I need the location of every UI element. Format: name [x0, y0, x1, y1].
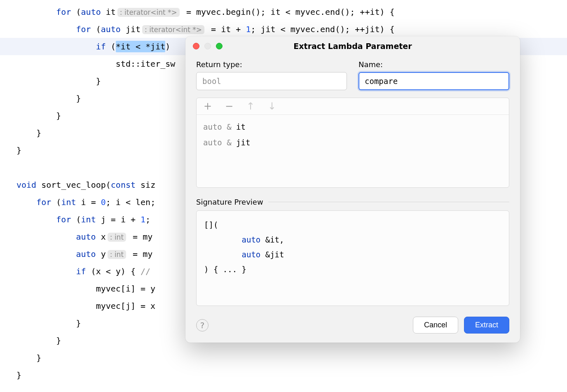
signature-preview: []( auto &it, auto &jit ) { ... } — [196, 210, 509, 306]
move-down-icon[interactable]: ↓ — [267, 101, 276, 111]
minimize-window-icon[interactable] — [204, 43, 211, 49]
move-up-icon[interactable]: ↑ — [246, 101, 255, 111]
param-row[interactable]: auto & it — [203, 119, 502, 135]
window-controls — [193, 43, 223, 49]
zoom-window-icon[interactable] — [216, 43, 223, 49]
code-line[interactable]: } — [0, 366, 567, 384]
dialog-titlebar: Extract Lambda Parameter — [185, 36, 520, 56]
help-icon[interactable]: ? — [196, 319, 209, 331]
code-line[interactable]: } — [0, 349, 567, 366]
remove-param-icon[interactable]: − — [225, 101, 234, 111]
parameters-toolbar: + − ↑ ↓ — [197, 98, 509, 115]
return-type-label: Return type: — [196, 60, 347, 69]
signature-preview-label: Signature Preview — [196, 198, 509, 206]
parameters-list[interactable]: auto & itauto & jit — [197, 115, 509, 187]
return-type-input[interactable] — [196, 72, 347, 90]
add-param-icon[interactable]: + — [203, 101, 212, 111]
extract-button[interactable]: Extract — [464, 317, 509, 334]
name-label: Name: — [358, 60, 509, 69]
extract-lambda-dialog: Extract Lambda Parameter Return type: Na… — [185, 36, 520, 343]
code-line[interactable]: for (auto it: iterator<int *> = myvec.be… — [0, 3, 567, 21]
dialog-title: Extract Lambda Parameter — [185, 42, 520, 51]
parameters-panel: + − ↑ ↓ auto & itauto & jit — [196, 98, 509, 188]
cancel-button[interactable]: Cancel — [413, 317, 458, 334]
name-input[interactable] — [358, 72, 509, 90]
code-line[interactable]: for (auto jit: iterator<int *> = it + 1;… — [0, 21, 567, 38]
close-window-icon[interactable] — [193, 43, 199, 49]
param-row[interactable]: auto & jit — [203, 135, 502, 150]
